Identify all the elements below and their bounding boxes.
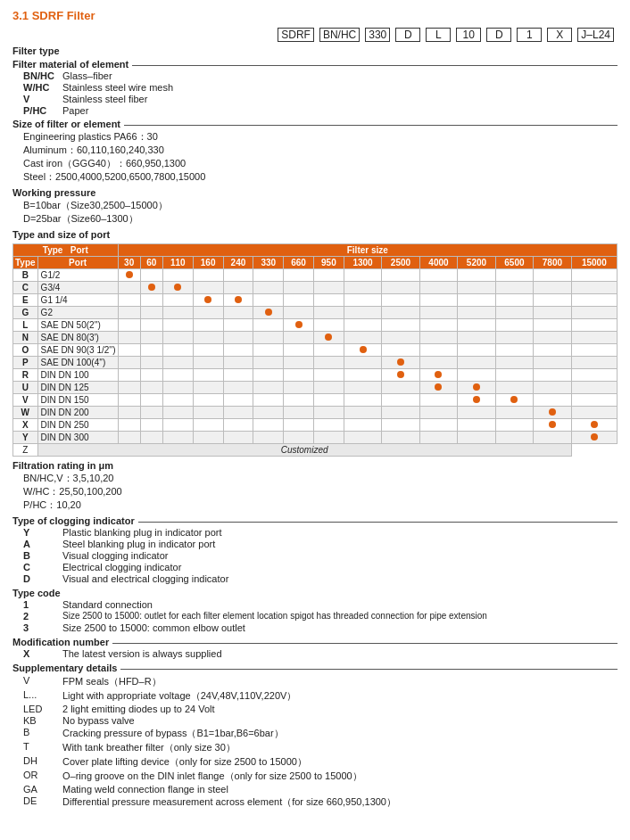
table-cell-dot-8 xyxy=(344,344,381,357)
clogging-row-y: Y Plastic blanking plug in indicator por… xyxy=(23,527,618,538)
table-cell-dot-10 xyxy=(419,432,457,444)
table-cell-dot-11 xyxy=(458,319,495,332)
table-cell-port: G1 1/4 xyxy=(37,294,118,307)
table-cell-type: Y xyxy=(13,432,38,444)
table-cell-dot-10 xyxy=(419,419,457,432)
table-th-950: 950 xyxy=(313,257,344,269)
table-cell-dot-8 xyxy=(344,269,381,282)
sdrf-header: SDRF BN/HC 330 D L 10 D 1 X J–L24 xyxy=(12,28,618,42)
table-cell-dot-7 xyxy=(313,382,344,394)
dot-indicator xyxy=(435,371,442,378)
table-cell-dot-7 xyxy=(313,282,344,294)
dot-indicator xyxy=(325,334,332,341)
table-cell-dot-2 xyxy=(162,332,193,344)
table-cell-dot-10 xyxy=(419,282,457,294)
size-item-3: Cast iron（GGG40）：660,950,1300 xyxy=(23,157,618,170)
clogging-row-a: A Steel blanking plug in indicator port xyxy=(23,539,618,549)
table-cell-port: DIN DN 100 xyxy=(37,369,118,382)
table-cell-type: G xyxy=(13,307,38,319)
table-cell-dot-10 xyxy=(419,382,457,394)
table-cell-dot-10 xyxy=(419,319,457,332)
table-cell-port: SAE DN 50(2'') xyxy=(37,319,118,332)
table-cell-dot-9 xyxy=(382,407,419,419)
table-th-15000: 15000 xyxy=(571,257,617,269)
table-cell-dot-3 xyxy=(193,394,223,407)
table-cell-dot-1 xyxy=(140,269,162,282)
table-cell-dot-10 xyxy=(419,369,457,382)
table-cell-type: V xyxy=(13,394,38,407)
filter-material-label: Filter material of element xyxy=(12,59,128,70)
table-cell-dot-12 xyxy=(495,357,533,369)
table-cell-port: DIN DN 200 xyxy=(37,407,118,419)
table-cell-type: N xyxy=(13,332,38,344)
modification-label: Modification number xyxy=(12,637,109,647)
table-cell-dot-14 xyxy=(571,332,617,344)
table-cell-dot-3 xyxy=(193,357,223,369)
table-cell-dot-6 xyxy=(284,344,314,357)
table-cell-dot-2 xyxy=(162,269,193,282)
table-cell-type: X xyxy=(13,419,38,432)
table-th-7800: 7800 xyxy=(534,257,571,269)
table-row: CG3/4 xyxy=(13,282,618,294)
sup-row-led: LED 2 light emitting diodes up to 24 Vol… xyxy=(23,704,618,714)
table-cell-type: P xyxy=(13,357,38,369)
table-cell-type: R xyxy=(13,369,38,382)
table-cell-dot-13 xyxy=(534,432,571,444)
table-cell-dot-14 xyxy=(571,419,617,432)
table-cell-port: SAE DN 90(3 1/2'') xyxy=(37,344,118,357)
table-cell-dot-7 xyxy=(313,332,344,344)
table-cell-dot-10 xyxy=(419,294,457,307)
table-th-1300: 1300 xyxy=(344,257,381,269)
table-cell-dot-10 xyxy=(419,307,457,319)
table-cell-dot-7 xyxy=(313,419,344,432)
table-cell-dot-3 xyxy=(193,419,223,432)
table-row: VDIN DN 150 xyxy=(13,394,618,407)
page-title: 3.1 SDRF Filter xyxy=(12,9,618,22)
table-th-330: 330 xyxy=(253,257,284,269)
table-cell-dot-1 xyxy=(140,357,162,369)
table-cell-dot-1 xyxy=(140,332,162,344)
table-cell-dot-8 xyxy=(344,432,381,444)
working-pressure-label: Working pressure xyxy=(12,187,618,198)
dot-indicator xyxy=(265,309,272,316)
table-cell-dot-0 xyxy=(118,369,140,382)
table-cell-dot-6 xyxy=(284,394,314,407)
dot-indicator xyxy=(360,346,367,353)
table-cell-dot-12 xyxy=(495,419,533,432)
table-cell-dot-12 xyxy=(495,307,533,319)
sdrf-label: SDRF xyxy=(278,28,314,42)
table-cell-dot-3 xyxy=(193,332,223,344)
table-cell-dot-6 xyxy=(284,332,314,344)
table-cell-dot-9 xyxy=(382,282,419,294)
table-cell-dot-14 xyxy=(571,432,617,444)
table-cell-port: SAE DN 100(4'') xyxy=(37,357,118,369)
table-cell-dot-12 xyxy=(495,407,533,419)
table-cell-dot-9 xyxy=(382,369,419,382)
dot-indicator xyxy=(591,433,598,441)
dot-indicator xyxy=(148,284,155,291)
dot-indicator xyxy=(126,271,133,278)
table-cell-dot-9 xyxy=(382,394,419,407)
table-cell-dot-13 xyxy=(534,407,571,419)
table-cell-dot-0 xyxy=(118,407,140,419)
supplementary-list: V FPM seals（HFD–R） L... Light with appro… xyxy=(12,675,618,809)
table-cell-dot-8 xyxy=(344,382,381,394)
table-cell-dot-6 xyxy=(284,294,314,307)
table-cell-dot-6 xyxy=(284,432,314,444)
table-cell-type: Z xyxy=(13,444,38,457)
table-cell-dot-12 xyxy=(495,319,533,332)
port-label-header: L xyxy=(426,28,451,42)
table-cell-dot-5 xyxy=(253,394,284,407)
table-cell-dot-6 xyxy=(284,382,314,394)
table-cell-dot-2 xyxy=(162,319,193,332)
table-cell-dot-5 xyxy=(253,332,284,344)
table-row: ZCustomized xyxy=(13,444,618,457)
dot-indicator xyxy=(295,321,303,328)
size-section: Size of filter or element xyxy=(12,119,618,129)
table-cell-dot-6 xyxy=(284,307,314,319)
table-cell-dot-2 xyxy=(162,382,193,394)
table-cell-dot-0 xyxy=(118,394,140,407)
table-cell-dot-14 xyxy=(571,282,617,294)
table-cell-dot-11 xyxy=(458,282,495,294)
table-cell-dot-7 xyxy=(313,394,344,407)
